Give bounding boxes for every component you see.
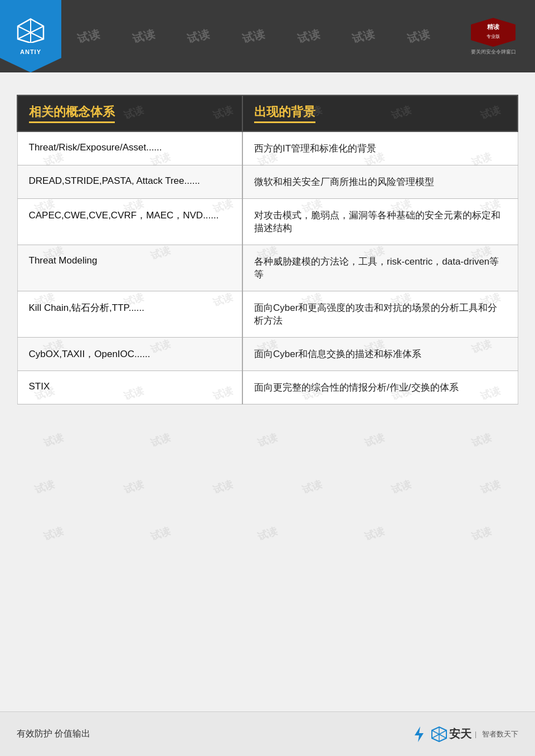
table-row: Kill Chain,钻石分析,TTP......面向Cyber和更高强度的攻击…	[17, 291, 518, 338]
top-right-badge: 精读 专业版 要关闭安全令牌窗口	[457, 6, 529, 67]
table-cell-col2: 西方的IT管理和标准化的背景	[242, 131, 518, 165]
table-row: Threat Modeling各种威胁建模的方法论，工具，risk-centri…	[17, 245, 518, 291]
svg-text:精读: 精读	[487, 23, 499, 30]
table-cell-col2: 面向Cyber和信息交换的描述和标准体系	[242, 338, 518, 371]
col1-header: 相关的概念体系	[17, 95, 242, 131]
table-row: STIX面向更完整的综合性的情报分析/作业/交换的体系	[17, 371, 518, 404]
header-watermarks: 试读 试读 试读 试读 试读 试读 试读	[61, 0, 446, 72]
table-row: CAPEC,CWE,CVE,CVRF，MAEC，NVD......对攻击模式，脆…	[17, 199, 518, 245]
logo-icon	[17, 18, 45, 46]
table-cell-col1: Threat/Risk/Exposure/Asset......	[17, 131, 242, 165]
watermark-1: 试读	[76, 26, 101, 46]
logo: ANTIY	[0, 0, 61, 72]
col2-header: 出现的背景	[242, 95, 518, 131]
footer-brand-name: 安天	[449, 726, 471, 742]
footer-brand-sub: 智者数天下	[482, 729, 518, 739]
watermark-6: 试读	[351, 26, 376, 46]
badge-subtitle: 要关闭安全令牌窗口	[471, 48, 516, 56]
footer-logo-box: 安天 | 智者数天下	[431, 726, 518, 742]
table-cell-col2: 面向Cyber和更高强度的攻击和对抗的场景的分析工具和分析方法	[242, 291, 518, 338]
svg-marker-4	[471, 18, 515, 47]
table-cell-col2: 对攻击模式，脆弱点，漏洞等各种基础的安全元素的标定和描述结构	[242, 199, 518, 245]
table-cell-col2: 面向更完整的综合性的情报分析/作业/交换的体系	[242, 371, 518, 404]
table-row: CybOX,TAXII，OpenIOC......面向Cyber和信息交换的描述…	[17, 338, 518, 371]
table-cell-col1: STIX	[17, 371, 242, 404]
table-cell-col1: CybOX,TAXII，OpenIOC......	[17, 338, 242, 371]
table-cell-col1: Threat Modeling	[17, 245, 242, 291]
watermark-4: 试读	[241, 26, 266, 46]
table-cell-col2: 各种威胁建模的方法论，工具，risk-centric，data-driven等等	[242, 245, 518, 291]
footer-left-text: 有效防护 价值输出	[17, 728, 90, 740]
watermark-5: 试读	[296, 26, 322, 46]
table-cell-col1: Kill Chain,钻石分析,TTP......	[17, 291, 242, 338]
concept-table: 相关的概念体系 出现的背景 Threat/Risk/Exposure/Asset…	[17, 95, 518, 404]
watermark-2: 试读	[131, 26, 157, 46]
table-row: Threat/Risk/Exposure/Asset......西方的IT管理和…	[17, 131, 518, 165]
footer-logo-icon	[431, 726, 447, 742]
svg-marker-7	[415, 726, 424, 742]
table-row: DREAD,STRIDE,PASTA, Attack Tree......微软和…	[17, 165, 518, 199]
table-cell-col1: DREAD,STRIDE,PASTA, Attack Tree......	[17, 165, 242, 199]
table-cell-col1: CAPEC,CWE,CVE,CVRF，MAEC，NVD......	[17, 199, 242, 245]
watermark-3: 试读	[186, 26, 212, 46]
footer-right: 安天 | 智者数天下	[410, 725, 518, 743]
logo-text: ANTIY	[20, 48, 41, 55]
watermark-7: 试读	[406, 26, 431, 46]
svg-text:专业版: 专业版	[487, 34, 500, 39]
header: ANTIY 试读 试读 试读 试读 试读 试读 试读 精读 专业版 要关闭安全令…	[0, 0, 535, 72]
table-cell-col2: 微软和相关安全厂商所推出的风险管理模型	[242, 165, 518, 199]
main-content: 相关的概念体系 出现的背景 Threat/Risk/Exposure/Asset…	[0, 72, 535, 421]
footer: 有效防护 价值输出 安天 | 智者数天下	[0, 711, 535, 756]
footer-lightning-icon	[410, 725, 428, 743]
